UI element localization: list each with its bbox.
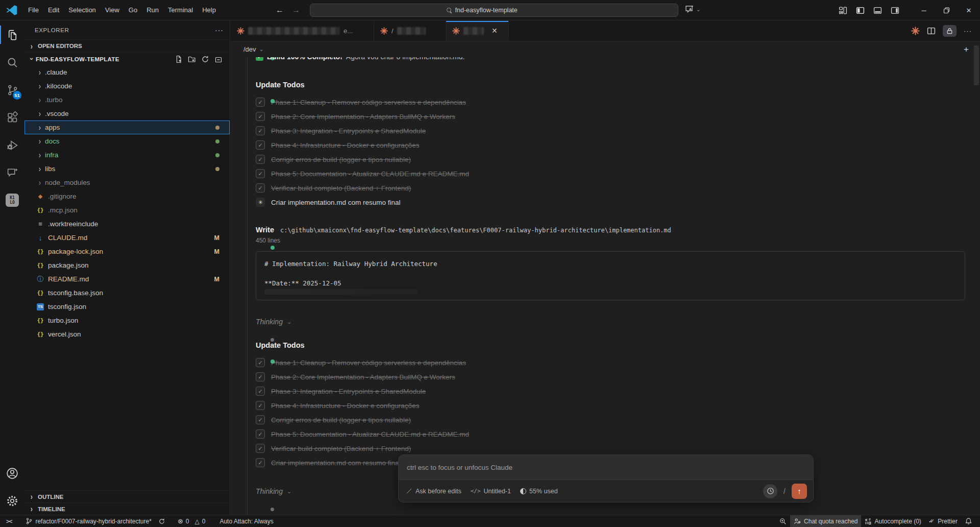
modified-dot <box>215 126 219 130</box>
checkbox-checked-icon: ✓ <box>256 458 265 467</box>
customize-layout-icon[interactable] <box>834 0 851 20</box>
account-icon[interactable] <box>0 460 24 487</box>
search-input[interactable] <box>455 7 542 14</box>
auto-attach-item[interactable]: Auto Attach: Always <box>216 515 277 527</box>
claude-prompt-input[interactable]: ctrl esc to focus or unfocus Claude <box>399 455 813 480</box>
tree-item-kilocode-folder[interactable]: ›.kilocode <box>24 79 230 93</box>
tab-label-prefix: / <box>391 27 394 35</box>
tree-item-vscode-folder[interactable]: ›.vscode <box>24 107 230 121</box>
git-branch-item[interactable]: refactor/F0007-railway-hybrid-architectu… <box>22 515 168 527</box>
problems-item[interactable]: ⊗ 0 △ 0 <box>174 515 209 527</box>
claude-asterisk-icon[interactable] <box>911 27 920 35</box>
activity-chat-icon[interactable] <box>0 159 24 186</box>
faded-code-line <box>264 289 418 295</box>
slash-command-hint[interactable]: / <box>783 487 786 495</box>
breadcrumb-item[interactable]: /dev <box>243 45 256 53</box>
claude-asterisk-icon <box>380 27 388 35</box>
tab-2[interactable]: / <box>374 21 446 41</box>
nav-back-icon[interactable]: ← <box>276 6 284 15</box>
send-button[interactable]: ↑ <box>792 484 807 499</box>
thinking-toggle[interactable]: Thinking ⌄ <box>256 318 980 326</box>
tree-item-claude-md[interactable]: ↓CLAUDE.mdM <box>24 231 230 245</box>
tree-item-libs-folder[interactable]: ›libs <box>24 162 230 176</box>
tree-item-turbo-folder[interactable]: ›.turbo <box>24 93 230 107</box>
restore-button[interactable] <box>935 0 958 20</box>
tree-item-gitignore[interactable]: ◆.gitignore <box>24 189 230 203</box>
zoom-status-icon[interactable] <box>776 515 790 527</box>
tree-item-tsconfig-base-json[interactable]: {}tsconfig.base.json <box>24 286 230 300</box>
breadcrumb[interactable]: /dev ⌄ + <box>231 41 980 57</box>
tree-item-claude-folder[interactable]: ›.claude <box>24 65 230 79</box>
toggle-secondary-sidebar-icon[interactable] <box>886 0 903 20</box>
checkbox-checked-icon: ✓ <box>256 155 265 164</box>
explorer-more-actions-icon[interactable]: ··· <box>215 26 224 34</box>
tree-item-turbo-json[interactable]: {}turbo.json <box>24 314 230 327</box>
tree-item-apps-folder[interactable]: ›apps <box>24 121 230 134</box>
chevron-down-icon: › <box>28 54 36 64</box>
edit-mode-selector[interactable]: Ask before edits <box>406 488 461 495</box>
tree-item-mcp-json[interactable]: {}.mcp.json <box>24 203 230 217</box>
activity-source-control-icon[interactable]: 51 <box>0 76 24 104</box>
autocomplete-item[interactable]: Autocomplete (0) <box>861 515 924 527</box>
timeline-section[interactable]: › TIMELINE <box>24 502 230 515</box>
nav-forward-icon[interactable]: → <box>292 6 300 15</box>
activity-run-debug-icon[interactable] <box>0 131 24 159</box>
outline-section[interactable]: › OUTLINE <box>24 490 230 502</box>
toggle-primary-sidebar-icon[interactable] <box>851 0 869 20</box>
notifications-bell-icon[interactable] <box>961 515 976 527</box>
menu-view[interactable]: View <box>101 4 124 16</box>
menu-run[interactable]: Run <box>142 4 163 16</box>
refresh-icon[interactable] <box>201 55 209 63</box>
menu-terminal[interactable]: Terminal <box>163 4 198 16</box>
tab-1[interactable]: e... <box>231 21 374 41</box>
close-window-button[interactable]: ✕ <box>958 0 980 20</box>
activity-explorer-icon[interactable] <box>0 21 24 49</box>
more-actions-icon[interactable]: ··· <box>964 27 972 35</box>
tree-item-package-json[interactable]: {}package.json <box>24 258 230 272</box>
minimize-button[interactable]: ─ <box>913 0 935 20</box>
todo-item-active: ✳Criar implementation.md com resumo fina… <box>256 195 980 209</box>
tree-item-worktreeinclude[interactable]: ≡.worktreeinclude <box>24 217 230 231</box>
tab-3-active[interactable]: ✕ <box>446 21 509 41</box>
checkbox-checked-icon: ✓ <box>256 415 265 424</box>
split-editor-icon[interactable] <box>927 27 936 35</box>
formatter-item[interactable]: ✓✓ Prettier <box>925 515 961 527</box>
open-editors-section[interactable]: › OPEN EDITORS <box>24 39 230 52</box>
new-file-icon[interactable] <box>175 55 183 63</box>
editor-lock-toggle[interactable] <box>943 25 957 37</box>
menu-edit[interactable]: Edit <box>43 4 64 16</box>
command-center-search[interactable] <box>310 4 678 17</box>
modified-dot <box>215 167 219 171</box>
tree-item-tsconfig-json[interactable]: TStsconfig.json <box>24 300 230 314</box>
tree-item-docs-folder[interactable]: ›docs <box>24 134 230 148</box>
history-button[interactable] <box>763 484 777 498</box>
write-file-path[interactable]: c:\github\xmaiconx\fnd-easyflow-template… <box>280 227 671 234</box>
settings-gear-icon[interactable] <box>0 487 24 515</box>
new-folder-icon[interactable] <box>188 55 196 63</box>
tree-item-node-modules-folder[interactable]: ›node_modules <box>24 176 230 189</box>
tree-item-infra-folder[interactable]: ›infra <box>24 148 230 162</box>
activity-kilocode-icon[interactable]: K1LO <box>0 186 24 214</box>
copilot-menu[interactable]: ⌄ <box>684 4 700 14</box>
collapse-folders-icon[interactable] <box>214 55 223 63</box>
tree-item-vercel-json[interactable]: {}vercel.json <box>24 327 230 341</box>
vscode-window: File Edit Selection View Go Run Terminal… <box>0 0 980 527</box>
chat-quota-item[interactable]: Chat quota reached <box>790 515 861 527</box>
claude-chat-transcript: ✓ Build 100% Completo! Agora vou criar o… <box>231 57 980 515</box>
toggle-panel-icon[interactable] <box>869 0 886 20</box>
menu-help[interactable]: Help <box>198 4 220 16</box>
close-tab-icon[interactable]: ✕ <box>492 27 498 35</box>
workspace-root-row[interactable]: › FND-EASYFLOW-TEMPLATE <box>24 52 230 65</box>
tree-item-readme-md[interactable]: ⓘREADME.mdM <box>24 272 230 286</box>
menu-file[interactable]: File <box>23 4 43 16</box>
todo-list-1: ✓Phase 1: Cleanup - Remover código serve… <box>256 95 980 209</box>
menu-selection[interactable]: Selection <box>64 4 100 16</box>
activity-search-icon[interactable] <box>0 49 24 76</box>
editor-scrollbar[interactable] <box>974 45 979 85</box>
context-file-chip[interactable]: </> Untitled-1 <box>471 488 511 495</box>
remote-indicator[interactable]: >< <box>0 515 15 527</box>
tree-item-package-lock-json[interactable]: {}package-lock.jsonM <box>24 245 230 258</box>
menu-go[interactable]: Go <box>124 4 142 16</box>
activity-extensions-icon[interactable] <box>0 104 24 131</box>
todo-item: ✓Phase 4: Infrastructure - Docker e conf… <box>256 138 980 152</box>
